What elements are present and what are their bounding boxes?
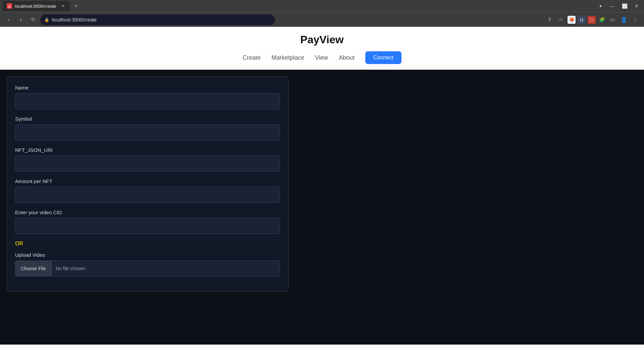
nft-json-uri-field-group: NFT_JSON_URI [15, 147, 280, 172]
menu-icon[interactable]: ⋮ [631, 15, 640, 24]
nav-about[interactable]: About [339, 54, 355, 61]
address-bar-url: localhost:3000/create [52, 17, 97, 22]
address-bar[interactable]: 🔒 localhost:3000/create [40, 14, 275, 25]
dropdown-button[interactable]: ▾ [596, 1, 605, 11]
nft-json-uri-label: NFT_JSON_URI [15, 147, 280, 153]
name-input[interactable] [15, 93, 280, 109]
name-label: Name [15, 85, 280, 90]
amount-per-nft-input[interactable] [15, 187, 280, 203]
tab-close-button[interactable]: ✕ [60, 3, 66, 9]
nav-view[interactable]: View [315, 54, 328, 61]
video-cid-field-group: Enter your video CID [15, 209, 280, 234]
toolbar-actions: ⇧ ☆ 🦊 U ⬡ 🧩 ▭ 👤 ⋮ [545, 15, 640, 24]
nft-json-uri-input[interactable] [15, 156, 280, 172]
symbol-field-group: Symbol [15, 116, 280, 140]
ext-icon-1[interactable]: ⬡ [588, 16, 596, 24]
lock-icon: 🔒 [44, 17, 49, 22]
browser-tab[interactable]: ▲ localhost:3000/create ✕ [3, 1, 70, 11]
tab-title: localhost:3000/create [15, 4, 56, 9]
back-button[interactable]: ‹ [4, 15, 13, 24]
sidebar-icon[interactable]: ▭ [608, 15, 617, 24]
connect-button[interactable]: Connect [365, 51, 401, 64]
video-cid-label: Enter your video CID [15, 209, 280, 215]
nav-create[interactable]: Create [243, 54, 261, 61]
puzzle-icon[interactable]: 🧩 [598, 16, 606, 24]
symbol-input[interactable] [15, 124, 280, 140]
nav-links: Create Marketplace View About Connect [243, 51, 401, 69]
minimize-button[interactable]: — [608, 1, 617, 11]
refresh-button[interactable]: ↻ [28, 15, 38, 24]
metamask-icon[interactable]: 🦊 [568, 16, 576, 24]
tab-favicon: ▲ [7, 3, 12, 9]
browser-toolbar: ‹ › ↻ 🔒 localhost:3000/create ⇧ ☆ 🦊 U ⬡ … [0, 12, 644, 27]
new-tab-button[interactable]: + [71, 1, 80, 11]
browser-titlebar: ▲ localhost:3000/create ✕ + ▾ — ⬜ ✕ [0, 0, 644, 12]
unstoppable-icon[interactable]: U [578, 16, 586, 24]
forward-button[interactable]: › [16, 15, 25, 24]
nav-marketplace[interactable]: Marketplace [271, 54, 304, 61]
symbol-label: Symbol [15, 116, 280, 122]
choose-file-button[interactable]: Choose File [15, 261, 52, 276]
main-content: Name Symbol NFT_JSON_URI Amount per NFT … [0, 70, 644, 345]
bookmark-icon[interactable]: ☆ [556, 15, 566, 24]
window-controls: ▾ — ⬜ ✕ [596, 1, 641, 11]
upload-video-field-group: Upload Video Choose File No file chosen [15, 252, 280, 277]
or-divider: OR [15, 241, 280, 247]
file-input-wrapper[interactable]: Choose File No file chosen [15, 260, 280, 277]
maximize-button[interactable]: ⬜ [620, 1, 629, 11]
share-icon[interactable]: ⇧ [545, 15, 554, 24]
file-name-display: No file chosen [52, 266, 90, 271]
amount-per-nft-label: Amount per NFT [15, 178, 280, 184]
amount-per-nft-field-group: Amount per NFT [15, 178, 280, 203]
upload-video-label: Upload Video [15, 252, 280, 258]
account-icon[interactable]: 👤 [619, 15, 629, 24]
browser-chrome: ▲ localhost:3000/create ✕ + ▾ — ⬜ ✕ ‹ › … [0, 0, 644, 27]
video-cid-input[interactable] [15, 218, 280, 234]
page-content: PayView Create Marketplace View About Co… [0, 27, 644, 345]
form-container: Name Symbol NFT_JSON_URI Amount per NFT … [7, 76, 288, 292]
name-field-group: Name [15, 85, 280, 109]
site-title: PayView [300, 34, 343, 46]
close-button[interactable]: ✕ [632, 1, 641, 11]
navbar: PayView Create Marketplace View About Co… [0, 27, 644, 70]
